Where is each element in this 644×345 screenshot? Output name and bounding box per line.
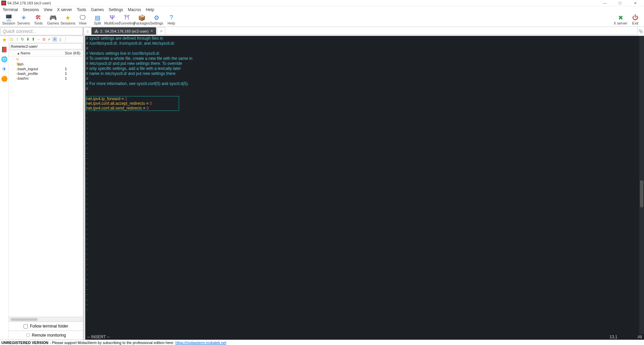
- menu-view[interactable]: View: [44, 7, 52, 12]
- app-icon: [1, 1, 6, 5]
- download-icon[interactable]: ⬇: [26, 37, 30, 42]
- tab-session-active[interactable]: 🖧 2. 54.254.176.183 (ec2-user) ✕: [91, 27, 156, 35]
- toolbar-label: View: [79, 21, 87, 25]
- file-icon: ▫: [10, 76, 16, 80]
- toolbar-label: Help: [168, 21, 175, 25]
- tab-home[interactable]: ⌂: [83, 27, 92, 35]
- toolbar-help-button[interactable]: ?Help: [164, 14, 179, 25]
- edit-icon[interactable]: A: [52, 37, 57, 42]
- file-icon: ▫: [10, 72, 16, 76]
- toolbar-settings-button[interactable]: ⚙Settings: [149, 14, 164, 25]
- monitor-icon: 🖵: [26, 333, 30, 338]
- toolbar-label: Sessions: [60, 21, 76, 25]
- refresh-icon[interactable]: ↻: [20, 37, 25, 42]
- games-icon: 🎮: [49, 14, 57, 21]
- toolbar-servers-button[interactable]: ✳Servers: [16, 14, 31, 25]
- file-name: .bashrc: [16, 76, 65, 80]
- file-size: 1: [65, 72, 82, 76]
- file-row[interactable]: ▫.bashrc1: [9, 76, 83, 81]
- strip-favorites-icon[interactable]: ★: [2, 37, 7, 43]
- menu-sessions[interactable]: Sessions: [23, 7, 39, 12]
- file-size: 1: [65, 76, 82, 80]
- toolbar-label: Settings: [150, 21, 163, 25]
- terminal-icon: 🖧: [94, 29, 98, 34]
- footer-text: - Please support MobaXterm by subscribin…: [50, 341, 174, 345]
- maximize-button[interactable]: ☐: [612, 0, 628, 6]
- file-icon: ↩: [10, 57, 16, 61]
- minimize-button[interactable]: —: [597, 0, 612, 6]
- strip-sftp-icon[interactable]: 🌐: [1, 56, 8, 62]
- toolbar-sessions-button[interactable]: ★Sessions: [60, 14, 75, 25]
- strip-send-icon[interactable]: ✈: [2, 66, 6, 72]
- toolbar-multiexec-button[interactable]: ΨMultiExec: [105, 14, 120, 25]
- quick-connect-placeholder: Quick connect...: [3, 29, 36, 34]
- toolbar-exit-button[interactable]: ⏻Exit: [628, 14, 643, 25]
- window-controls: — ☐ ✕: [597, 0, 643, 6]
- toolbar-label: MultiExec: [104, 21, 120, 25]
- toolbar-label: Session: [2, 21, 15, 25]
- home-icon: ⌂: [86, 29, 89, 34]
- folder-icon[interactable]: 🗀: [9, 37, 14, 42]
- main-toolbar: 🖥️Session✳Servers🛠Tools🎮Games★Sessions🖵V…: [0, 13, 644, 27]
- toolbar-tunneling-button[interactable]: ⛩Tunneling: [120, 14, 134, 25]
- upload-icon[interactable]: ⬆: [31, 37, 36, 42]
- newfile-icon[interactable]: ▫: [36, 37, 41, 42]
- file-row[interactable]: ▫.bash_logout1: [9, 67, 83, 71]
- col-name[interactable]: ▴ Name: [9, 50, 63, 56]
- menu-tools[interactable]: Tools: [77, 7, 86, 12]
- tools-icon: 🛠: [35, 14, 41, 21]
- close-button[interactable]: ✕: [628, 0, 643, 6]
- file-name: .bash_profile: [16, 72, 65, 76]
- strip-dot-icon[interactable]: 🟠: [1, 76, 8, 82]
- vim-scroll-pos: All: [638, 335, 642, 339]
- terminal-scrollbar[interactable]: [639, 36, 644, 334]
- help-icon: ?: [170, 14, 173, 21]
- quick-connect-input[interactable]: Quick connect...: [0, 27, 83, 35]
- sidebar-hscroll[interactable]: [9, 317, 83, 321]
- attach-icon[interactable]: 📎: [637, 27, 644, 36]
- file-list[interactable]: ▴ Name Size (KB) ↩..📁.ssh▫.bash_logout1▫…: [9, 50, 83, 317]
- more-icon[interactable]: ⋮: [63, 37, 68, 42]
- file-row[interactable]: ▫.bash_profile1: [9, 71, 83, 76]
- toolbar-label: Servers: [17, 21, 30, 25]
- file-icon: ▫: [10, 67, 16, 71]
- sftp-path-input[interactable]: [9, 43, 82, 49]
- strip-macros-icon[interactable]: 📕: [1, 46, 8, 53]
- menu-help[interactable]: Help: [146, 7, 154, 12]
- footer-link[interactable]: https://mobaxterm.mobatek.net: [175, 341, 226, 345]
- up-icon[interactable]: ↑: [15, 37, 19, 42]
- find-icon[interactable]: ✓: [47, 37, 52, 42]
- toolbar-games-button[interactable]: 🎮Games: [46, 14, 60, 25]
- toolbar-label: Tools: [34, 21, 43, 25]
- session-icon: 🖥️: [5, 14, 12, 21]
- file-row[interactable]: ↩..: [9, 56, 83, 61]
- props-icon[interactable]: ▯: [58, 37, 62, 42]
- sftp-path-row: [9, 43, 83, 50]
- footer-version: UNREGISTERED VERSION: [1, 341, 48, 345]
- tab-add-button[interactable]: ✧: [157, 27, 165, 35]
- multiexec-icon: Ψ: [110, 14, 115, 21]
- col-size[interactable]: Size (KB): [63, 50, 83, 56]
- toolbar-packages-button[interactable]: 📦Packages: [134, 14, 149, 25]
- menu-settings[interactable]: Settings: [109, 7, 123, 12]
- menu-xserver[interactable]: X server: [57, 7, 72, 12]
- delete-icon[interactable]: ⊘: [42, 37, 46, 42]
- follow-terminal-checkbox[interactable]: [24, 324, 28, 329]
- follow-terminal-row[interactable]: Follow terminal folder: [9, 321, 83, 331]
- toolbar-x-server-button[interactable]: ✖X server: [613, 14, 628, 25]
- menu-macros[interactable]: Macros: [128, 7, 141, 12]
- toolbar-view-button[interactable]: 🖵View: [75, 14, 90, 25]
- footer: UNREGISTERED VERSION - Please support Mo…: [0, 340, 644, 345]
- menu-games[interactable]: Games: [91, 7, 104, 12]
- menu-terminal[interactable]: Terminal: [3, 7, 18, 12]
- toolbar-session-button[interactable]: 🖥️Session: [1, 14, 16, 25]
- vim-status-line: -- INSERT -- 13,1 All: [85, 334, 644, 340]
- file-row[interactable]: 📁.ssh: [9, 61, 83, 67]
- terminal[interactable]: # sysctl settings are defined through fi…: [85, 36, 644, 334]
- toolbar-split-button[interactable]: ▤Split: [90, 14, 105, 25]
- toolbar-label: Packages: [134, 21, 150, 25]
- tab-close-icon[interactable]: ✕: [150, 29, 153, 33]
- remote-monitoring-row[interactable]: 🖵 Remote monitoring: [9, 331, 83, 340]
- titlebar: 54.254.176.183 (ec2-user) — ☐ ✕: [0, 0, 644, 6]
- toolbar-tools-button[interactable]: 🛠Tools: [31, 14, 46, 25]
